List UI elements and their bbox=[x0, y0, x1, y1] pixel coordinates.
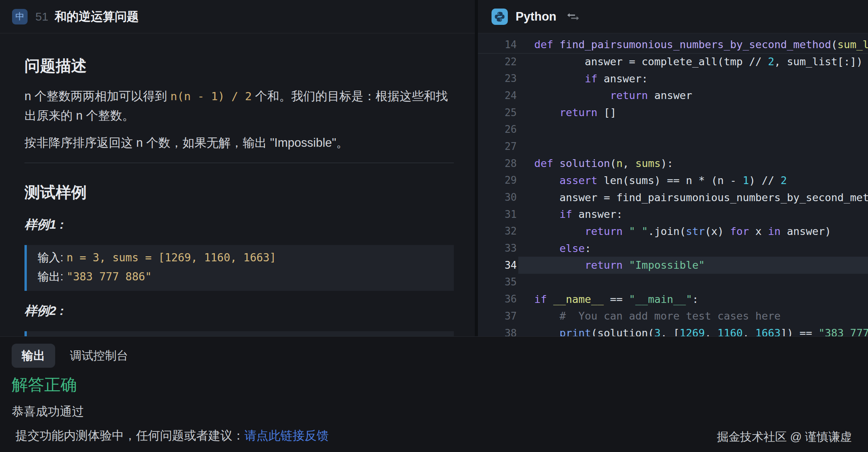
code-line-text: if __name__ == "__main__": bbox=[518, 290, 868, 308]
line-number[interactable]: 23 bbox=[478, 73, 518, 84]
output-value: "383 777 886" bbox=[66, 270, 152, 283]
input-value: n = 3, sums = [1269, 1160, 1663] bbox=[66, 251, 276, 264]
line-number[interactable]: 34 bbox=[478, 259, 518, 271]
description-text: n 个整数两两相加可以得到 bbox=[24, 89, 170, 103]
feedback-text: 提交功能内测体验中，任何问题或者建议： bbox=[16, 429, 244, 442]
code-line-text: return answer bbox=[518, 87, 868, 104]
code-lines: 14def find_pairsumonious_numbers_by_seco… bbox=[478, 36, 868, 336]
code-line-text: answer = complete_all(tmp // 2, sum_list… bbox=[518, 53, 868, 70]
code-line[interactable]: 32 return " ".join(str(x) for x in answe… bbox=[478, 223, 868, 240]
description-paragraph-2: 按非降序排序返回这 n 个数，如果无解，输出 "Impossible"。 bbox=[24, 133, 454, 153]
code-line[interactable]: 23 if answer: bbox=[478, 70, 868, 87]
swap-language-icon[interactable] bbox=[566, 12, 580, 21]
samples-heading: 测试样例 bbox=[24, 182, 454, 203]
code-line[interactable]: 37 # You can add more test cases here bbox=[478, 308, 868, 325]
code-line[interactable]: 31 if answer: bbox=[478, 206, 868, 223]
code-line[interactable]: 34 return "Impossible" bbox=[478, 257, 868, 274]
python-icon bbox=[492, 9, 508, 25]
language-label[interactable]: Python bbox=[516, 10, 556, 24]
code-line-text: print(solution(3, [1269, 1160, 1663]) ==… bbox=[518, 325, 868, 336]
sample1-label: 样例1 : bbox=[24, 216, 454, 233]
description-paragraph-1: n 个整数两两相加可以得到 n(n - 1) / 2 个和。我们的目标是：根据这… bbox=[24, 87, 454, 125]
code-line-text: return " ".join(str(x) for x in answer) bbox=[518, 223, 868, 240]
tab-output[interactable]: 输出 bbox=[12, 344, 55, 368]
line-number[interactable]: 30 bbox=[478, 191, 518, 203]
output-panel: 输出 调试控制台 解答正确 恭喜成功通过 提交功能内测体验中，任何问题或者建议：… bbox=[0, 336, 868, 452]
result-subtitle: 恭喜成功通过 bbox=[12, 403, 84, 420]
code-line-text: def solution(n, sums): bbox=[518, 155, 868, 172]
code-line-text bbox=[518, 121, 868, 138]
code-line[interactable]: 14def find_pairsumonious_numbers_by_seco… bbox=[478, 36, 868, 53]
feedback-link[interactable]: 请点此链接反馈 bbox=[244, 429, 329, 442]
line-number[interactable]: 33 bbox=[478, 242, 518, 254]
input-label: 输入: bbox=[38, 251, 66, 264]
difficulty-badge: 中 bbox=[12, 9, 28, 24]
code-line-text bbox=[518, 138, 868, 155]
problem-header: 中 51 和的逆运算问题 bbox=[0, 0, 475, 33]
line-number[interactable]: 36 bbox=[478, 293, 518, 305]
code-line-text: assert len(sums) == n * (n - 1) // 2 bbox=[518, 172, 868, 189]
code-line[interactable]: 24 return answer bbox=[478, 87, 868, 104]
problem-title: 和的逆运算问题 bbox=[54, 9, 139, 25]
code-line-text: if answer: bbox=[518, 206, 868, 223]
editor-header: Python bbox=[478, 0, 868, 33]
result-status: 解答正确 bbox=[12, 374, 77, 396]
description-heading: 问题描述 bbox=[24, 55, 454, 76]
output-label: 输出: bbox=[38, 270, 66, 283]
code-line-text: if answer: bbox=[518, 70, 868, 87]
code-area[interactable]: 14def find_pairsumonious_numbers_by_seco… bbox=[478, 33, 868, 336]
sample2-block: 输入: n = 3, sums = [1, 1, 1] bbox=[24, 331, 454, 336]
code-line[interactable]: 38 print(solution(3, [1269, 1160, 1663])… bbox=[478, 325, 868, 336]
code-line[interactable]: 28def solution(n, sums): bbox=[478, 155, 868, 172]
code-line-text: def find_pairsumonious_numbers_by_second… bbox=[518, 36, 868, 53]
code-line-text bbox=[518, 274, 868, 291]
code-line-text: answer = find_pairsumonious_numbers_by_s… bbox=[518, 189, 868, 206]
line-number[interactable]: 22 bbox=[478, 56, 518, 68]
code-line[interactable]: 25 return [] bbox=[478, 104, 868, 121]
inline-code-formula: n(n - 1) / 2 bbox=[170, 90, 252, 103]
code-line-text: return [] bbox=[518, 104, 868, 121]
tab-debug-console[interactable]: 调试控制台 bbox=[65, 344, 133, 368]
beta-feedback-note: 提交功能内测体验中，任何问题或者建议：请点此链接反馈 bbox=[16, 428, 329, 444]
code-line-text: else: bbox=[518, 240, 868, 257]
sample2-label: 样例2 : bbox=[24, 302, 454, 320]
line-number[interactable]: 35 bbox=[478, 276, 518, 288]
line-number[interactable]: 27 bbox=[478, 141, 518, 152]
community-credit: 掘金技术社区 @ 谨慎谦虚 bbox=[717, 429, 852, 445]
panel-divider[interactable] bbox=[475, 0, 478, 336]
code-line[interactable]: 29 assert len(sums) == n * (n - 1) // 2 bbox=[478, 172, 868, 189]
section-divider bbox=[24, 163, 454, 163]
line-number[interactable]: 31 bbox=[478, 209, 518, 220]
code-editor-panel: Python 14def find_pairsumonious_numbers_… bbox=[478, 0, 868, 336]
code-line[interactable]: 27 bbox=[478, 138, 868, 155]
code-line-text: return "Impossible" bbox=[518, 257, 868, 274]
code-line[interactable]: 22 answer = complete_all(tmp // 2, sum_l… bbox=[478, 53, 868, 70]
line-number[interactable]: 26 bbox=[478, 123, 518, 135]
line-number[interactable]: 25 bbox=[478, 107, 518, 118]
sample1-input-line: 输入: n = 3, sums = [1269, 1160, 1663] bbox=[38, 249, 443, 268]
sample1-output-line: 输出: "383 777 886" bbox=[38, 268, 443, 287]
code-line[interactable]: 36if __name__ == "__main__": bbox=[478, 290, 868, 308]
line-number[interactable]: 14 bbox=[478, 39, 518, 50]
code-line-text: # You can add more test cases here bbox=[518, 308, 868, 325]
sample1-block: 输入: n = 3, sums = [1269, 1160, 1663] 输出:… bbox=[24, 245, 454, 291]
problem-panel: 中 51 和的逆运算问题 问题描述 n 个整数两两相加可以得到 n(n - 1)… bbox=[0, 0, 475, 336]
line-number[interactable]: 38 bbox=[478, 327, 518, 336]
line-number[interactable]: 32 bbox=[478, 225, 518, 237]
code-line[interactable]: 33 else: bbox=[478, 240, 868, 257]
problem-number: 51 bbox=[35, 10, 48, 23]
line-number[interactable]: 37 bbox=[478, 310, 518, 322]
line-number[interactable]: 29 bbox=[478, 174, 518, 186]
line-number[interactable]: 28 bbox=[478, 158, 518, 169]
code-line[interactable]: 26 bbox=[478, 121, 868, 138]
code-line[interactable]: 35 bbox=[478, 274, 868, 291]
problem-content: 问题描述 n 个整数两两相加可以得到 n(n - 1) / 2 个和。我们的目标… bbox=[0, 55, 475, 336]
code-line[interactable]: 30 answer = find_pairsumonious_numbers_b… bbox=[478, 189, 868, 206]
line-number[interactable]: 24 bbox=[478, 90, 518, 101]
